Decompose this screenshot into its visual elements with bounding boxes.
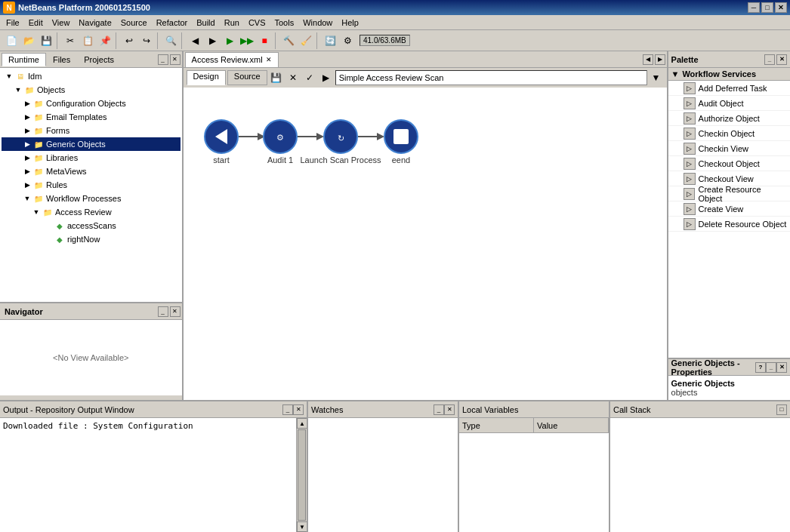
editor-delete-icon[interactable]: ✕ [285,70,301,85]
tab-files[interactable]: Files [46,53,77,66]
navigator-minimize[interactable]: _ [158,306,168,317]
palette-item-add-deferred-task[interactable]: ▷ Add Deferred Task [668,81,790,96]
palette-section-workflow-services[interactable]: ▼ Workflow Services [668,68,790,81]
cut-button[interactable]: ✂ [62,32,79,49]
palette-item-checkout-object[interactable]: ▷ Checkout Object [668,156,790,171]
editor-validate-icon[interactable]: ✓ [302,70,317,85]
output-scroll-thumb[interactable] [298,429,306,521]
tree-item-metaviews[interactable]: ▶ 📁 MetaViews [2,165,181,178]
palette-item-create-resource-object[interactable]: ▷ Create Resource Object [668,186,790,201]
expander-rules[interactable]: ▶ [23,180,32,189]
tree-item-right-now[interactable]: ◆ rightNow [2,232,181,246]
left-panel-close[interactable]: ✕ [170,54,181,65]
tree-item-objects[interactable]: ▼ 📁 Objects [2,83,181,97]
expander-generic-objects[interactable]: ▶ [23,140,32,149]
output-scroll-down[interactable]: ▼ [297,521,307,532]
menu-view[interactable]: View [48,17,75,29]
workflow-name-input[interactable] [335,70,647,85]
editor-tab-access-review[interactable]: Access Review.xml ✕ [185,52,279,67]
stop-button[interactable]: ■ [256,32,273,49]
tree-item-forms[interactable]: ▶ 📁 Forms [2,124,181,137]
watches-close[interactable]: ✕ [444,404,455,415]
undo-button[interactable]: ↩ [121,32,137,49]
output-scroll-up[interactable]: ▲ [297,418,307,429]
tree-item-idm[interactable]: ▼ 🖥 Idm [2,69,181,83]
paste-button[interactable]: 📌 [97,32,113,49]
tree-item-access-scans[interactable]: ◆ accessScans [2,219,181,232]
expander-email-templates[interactable]: ▶ [23,112,32,121]
search-button[interactable]: 🔍 [162,32,179,49]
forward-button[interactable]: ▶ [204,32,221,49]
tree-item-email-templates[interactable]: ▶ 📁 Email Templates [2,110,181,124]
palette-minimize[interactable]: _ [764,54,775,65]
menu-cvs[interactable]: CVS [244,17,270,29]
go-prop-minimize[interactable]: _ [766,362,776,373]
menu-navigate[interactable]: Navigate [74,17,116,29]
go-prop-help[interactable]: ? [755,362,766,373]
editor-deploy-icon[interactable]: ▶ [319,70,334,85]
expander-objects[interactable]: ▼ [14,85,23,94]
redo-button[interactable]: ↪ [138,32,155,49]
menu-source[interactable]: Source [116,17,152,29]
expander-idm[interactable]: ▼ [5,72,14,81]
refresh-button[interactable]: 🔄 [322,32,338,49]
palette-item-checkin-view[interactable]: ▷ Checkin View [668,141,790,156]
copy-button[interactable]: 📋 [79,32,96,49]
palette-item-delete-resource-object[interactable]: ▷ Delete Resource Object [668,217,790,232]
editor-save-icon[interactable]: 💾 [269,70,284,85]
output-scrollbar[interactable]: ▲ ▼ [296,418,307,532]
maximize-button[interactable]: □ [761,2,773,13]
back-button[interactable]: ◀ [187,32,203,49]
expander-forms[interactable]: ▶ [23,126,32,135]
tab-runtime[interactable]: Runtime [2,53,46,66]
settings-button[interactable]: ⚙ [339,32,356,49]
go-prop-close[interactable]: ✕ [776,362,787,373]
expander-workflow-processes[interactable]: ▼ [23,194,32,203]
editor-scroll-left[interactable]: ◀ [643,54,653,65]
watches-minimize[interactable]: _ [434,404,444,415]
palette-item-audit-object[interactable]: ▷ Audit Object [668,96,790,111]
debug-button[interactable]: ▶▶ [239,32,255,49]
tab-projects[interactable]: Projects [77,53,121,66]
menu-help[interactable]: Help [337,17,363,29]
new-button[interactable]: 📄 [3,32,20,49]
editor-tab-close[interactable]: ✕ [266,56,272,63]
save-button[interactable]: 💾 [38,32,54,49]
navigator-close[interactable]: ✕ [170,306,181,317]
tree-item-config-objects[interactable]: ▶ 📁 Configuration Objects [2,97,181,110]
palette-item-authorize-object[interactable]: ▷ Authorize Object [668,111,790,126]
wf-node-end[interactable]: eend [384,120,418,165]
tree-item-libraries[interactable]: ▶ 📁 Libraries [2,151,181,165]
menu-window[interactable]: Window [298,17,337,29]
left-panel-minimize[interactable]: _ [158,54,168,65]
build-button[interactable]: 🔨 [280,32,297,49]
editor-scroll-right[interactable]: ▶ [655,54,665,65]
menu-file[interactable]: File [2,17,24,29]
workflow-name-dropdown[interactable]: ▼ [649,70,664,85]
workflow-canvas[interactable]: start ⚙ Audit 1 [184,88,667,400]
menu-run[interactable]: Run [220,17,244,29]
wf-node-launch-scan[interactable]: ↻ Launch Scan Process [300,120,381,165]
palette-item-checkin-object[interactable]: ▷ Checkin Object [668,126,790,141]
open-button[interactable]: 📂 [20,32,37,49]
tree-item-rules[interactable]: ▶ 📁 Rules [2,178,181,192]
tree-item-access-review[interactable]: ▼ 📁 Access Review [2,205,181,219]
menu-refactor[interactable]: Refactor [152,17,193,29]
output-close[interactable]: ✕ [293,404,304,415]
minimize-button[interactable]: ─ [748,2,760,13]
expander-access-review[interactable]: ▼ [32,208,41,217]
design-tab-btn[interactable]: Design [187,70,226,85]
tree-item-generic-objects[interactable]: ▶ 📁 Generic Objects [2,137,181,151]
palette-close[interactable]: ✕ [776,54,787,65]
output-minimize[interactable]: _ [282,404,293,415]
menu-edit[interactable]: Edit [24,17,48,29]
wf-node-start[interactable]: start [205,120,238,165]
clean-button[interactable]: 🧹 [298,32,314,49]
expander-config-objects[interactable]: ▶ [23,99,32,108]
wf-node-audit[interactable]: ⚙ Audit 1 [264,120,297,165]
tree-item-workflow-processes[interactable]: ▼ 📁 Workflow Processes [2,192,181,205]
palette-item-create-view[interactable]: ▷ Create View [668,201,790,217]
menu-tools[interactable]: Tools [270,17,299,29]
menu-build[interactable]: Build [192,17,219,29]
call-stack-expand[interactable]: □ [776,404,787,415]
